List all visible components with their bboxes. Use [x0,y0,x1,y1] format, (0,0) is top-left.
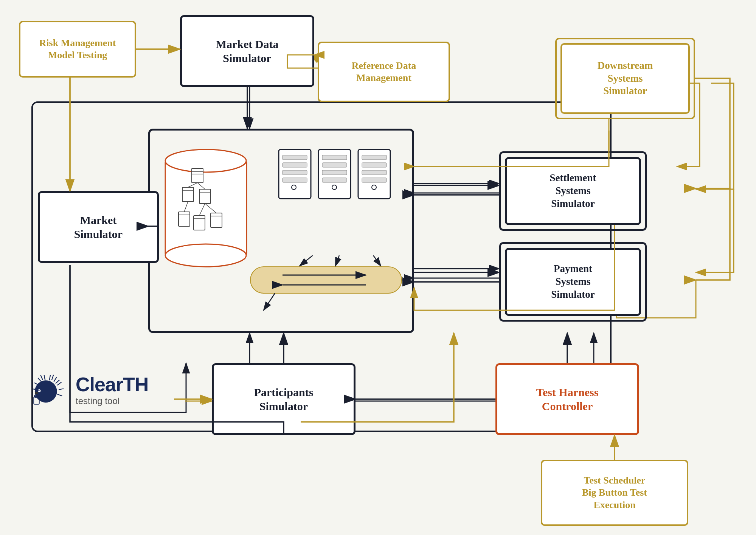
svg-rect-44 [283,155,307,160]
svg-line-73 [59,389,64,390]
svg-rect-51 [322,163,347,167]
market-data-label: Market Data Simulator [216,37,279,65]
downstream-systems-label: Downstream Systems Simulator [598,59,653,98]
exchange-arrows [245,255,407,316]
risk-management-label: Risk Management Model Testing [39,37,116,62]
market-simulator-box: Market Simulator [38,191,159,263]
svg-rect-30 [199,189,211,204]
market-data-simulator-box: Market Data Simulator [180,15,314,87]
svg-rect-34 [194,216,205,230]
payment-systems-label: Payment Systems Simulator [551,263,595,301]
svg-rect-47 [283,178,307,182]
svg-line-64 [300,255,313,266]
clearth-subtitle: testing tool [76,396,148,406]
center-processing-box [148,129,414,333]
clearth-title: ClearTH [76,373,148,396]
svg-line-81 [56,380,59,383]
svg-line-72 [57,382,62,385]
clearth-hedgehog-icon [30,369,72,411]
svg-rect-53 [322,178,347,182]
svg-rect-46 [283,170,307,175]
svg-rect-59 [362,178,387,182]
svg-line-82 [41,375,43,380]
test-scheduler-label: Test Scheduler Big Button Test Execution [582,474,647,512]
svg-rect-50 [322,155,347,160]
participants-simulator-box: Participants Simulator [212,363,355,435]
svg-line-66 [373,255,381,266]
svg-rect-22 [165,161,247,255]
svg-rect-58 [362,170,387,175]
clearth-text: ClearTH testing tool [76,373,148,406]
downstream-systems-box: Downstream Systems Simulator [560,43,690,114]
svg-point-24 [165,244,246,267]
svg-rect-61 [250,267,402,293]
test-harness-box: Test Harness Controller [495,363,639,435]
svg-point-85 [38,390,40,392]
reference-data-box: Reference Data Management [318,42,450,102]
settlement-systems-box: Settlement Systems Simulator [505,157,641,225]
settlement-systems-outer: Settlement Systems Simulator [499,151,647,231]
settlement-systems-label: Settlement Systems Simulator [550,172,596,210]
svg-line-67 [264,293,275,310]
svg-line-74 [57,394,62,396]
participants-simulator-label: Participants Simulator [254,385,314,414]
svg-line-75 [44,375,45,381]
clearth-logo: ClearTH testing tool [30,369,148,411]
svg-line-76 [38,378,41,382]
server-icons [275,146,400,214]
test-scheduler-box: Test Scheduler Big Button Test Execution [541,460,688,526]
svg-rect-52 [322,170,347,175]
svg-rect-57 [362,163,387,167]
svg-rect-45 [283,163,307,167]
risk-management-box: Risk Management Model Testing [19,21,136,78]
svg-rect-56 [362,155,387,160]
svg-line-80 [52,375,54,380]
downstream-systems-outer: Downstream Systems Simulator [555,38,695,119]
svg-point-23 [165,149,246,172]
diagram-container: Risk Management Model Testing Market Dat… [0,0,756,535]
svg-rect-28 [182,187,194,202]
svg-rect-25 [192,168,203,183]
payment-systems-outer: Payment Systems Simulator [499,242,647,322]
svg-line-65 [335,255,339,266]
svg-rect-32 [179,212,190,226]
payment-systems-box: Payment Systems Simulator [505,248,641,316]
test-harness-label: Test Harness Controller [536,385,599,414]
svg-line-70 [49,375,50,381]
reference-data-label: Reference Data Management [352,60,416,84]
market-simulator-label: Market Simulator [74,213,123,241]
svg-line-71 [54,377,56,382]
database-cylinder [161,146,252,271]
svg-rect-36 [211,213,222,227]
